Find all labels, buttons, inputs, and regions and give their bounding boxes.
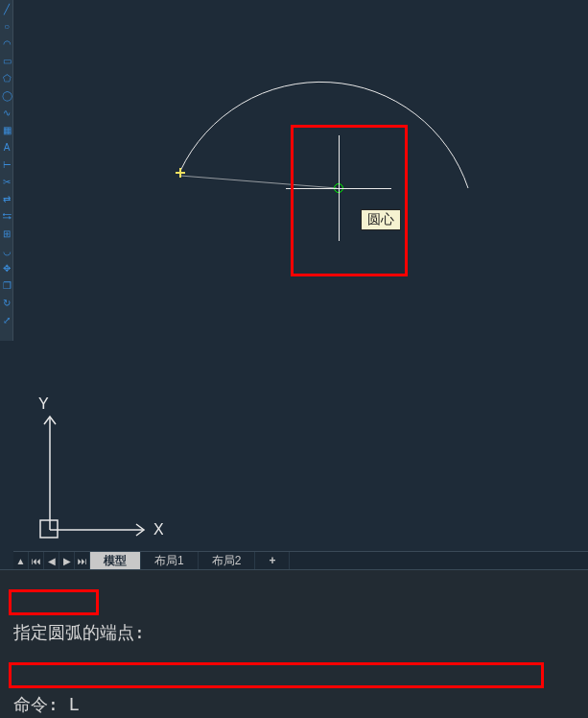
center-snap-icon bbox=[334, 183, 343, 193]
toolbar-icon[interactable]: ⤢ bbox=[0, 311, 13, 328]
svg-rect-3 bbox=[40, 520, 58, 538]
tab-minimize-icon[interactable]: ▲ bbox=[13, 552, 29, 569]
snap-tooltip-label: 圆心 bbox=[367, 211, 394, 227]
tab-model-label: 模型 bbox=[104, 553, 127, 569]
toolbar-icon[interactable]: ◠ bbox=[0, 35, 13, 52]
tab-add[interactable]: + bbox=[255, 552, 290, 569]
toolbar-icon[interactable]: ▭ bbox=[0, 52, 13, 69]
cmd-line: 指定圆弧的端点: bbox=[13, 620, 584, 644]
command-window[interactable]: 指定圆弧的端点: 命令: L LINE 指定第一个点: 指定下一个点或 [角度(… bbox=[0, 569, 588, 718]
toolbar-icon[interactable]: A bbox=[0, 138, 13, 156]
tab-nav-last-icon[interactable]: ⏭ bbox=[75, 552, 90, 569]
toolbar-icon[interactable]: ✥ bbox=[0, 259, 13, 276]
toolbar-icon[interactable]: ◯ bbox=[0, 86, 13, 104]
tab-layout-1-label: 布局1 bbox=[154, 553, 184, 569]
arc-endpoint-icon bbox=[176, 168, 185, 178]
tab-nav-first-icon[interactable]: ⏮ bbox=[29, 552, 44, 569]
tab-layout-2-label: 布局2 bbox=[212, 553, 242, 569]
tab-add-label: + bbox=[269, 554, 275, 567]
ucs-x-label: X bbox=[153, 521, 163, 538]
toolbar-icon[interactable]: ❐ bbox=[0, 276, 13, 294]
drawing-viewport[interactable]: 圆心 X Y bbox=[13, 0, 588, 551]
toolbar-icon[interactable]: ⇄ bbox=[0, 190, 13, 207]
snap-tooltip: 圆心 bbox=[361, 209, 401, 230]
toolbar-icon[interactable]: ↻ bbox=[0, 294, 13, 311]
toolbar-icon[interactable]: ∿ bbox=[0, 104, 13, 121]
tab-nav-next-icon[interactable]: ▶ bbox=[59, 552, 75, 569]
toolbar-icon[interactable]: ⊞ bbox=[0, 225, 13, 242]
annotation-box-center bbox=[291, 125, 408, 276]
tab-model[interactable]: 模型 bbox=[90, 552, 141, 569]
cmd-line: 命令: L bbox=[13, 692, 584, 716]
layout-tabs: ▲ ⏮ ◀ ▶ ⏭ 模型 布局1 布局2 + bbox=[13, 551, 588, 569]
tab-layout-2[interactable]: 布局2 bbox=[199, 552, 256, 569]
ucs-icon: X Y bbox=[29, 395, 163, 539]
toolbar-icon[interactable]: ○ bbox=[0, 17, 13, 35]
toolbar-icon[interactable]: ⬠ bbox=[0, 69, 13, 86]
toolbar-icon[interactable]: ⊢ bbox=[0, 156, 13, 173]
toolbar-icon[interactable]: ╱ bbox=[0, 0, 13, 17]
tab-layout-1[interactable]: 布局1 bbox=[141, 552, 199, 569]
toolbar-icon[interactable]: ◡ bbox=[0, 242, 13, 259]
toolbar-icon[interactable]: ⮀ bbox=[0, 207, 13, 225]
ucs-y-label: Y bbox=[38, 395, 49, 412]
toolbar-icon[interactable]: ✂ bbox=[0, 173, 13, 190]
svg-line-0 bbox=[180, 176, 337, 188]
tab-nav-prev-icon[interactable]: ◀ bbox=[44, 552, 59, 569]
left-toolbar: ╱ ○ ◠ ▭ ⬠ ◯ ∿ ▦ A ⊢ ✂ ⇄ ⮀ ⊞ ◡ ✥ ❐ ↻ ⤢ bbox=[0, 0, 13, 341]
toolbar-icon[interactable]: ▦ bbox=[0, 121, 13, 138]
arc-svg bbox=[13, 0, 588, 551]
